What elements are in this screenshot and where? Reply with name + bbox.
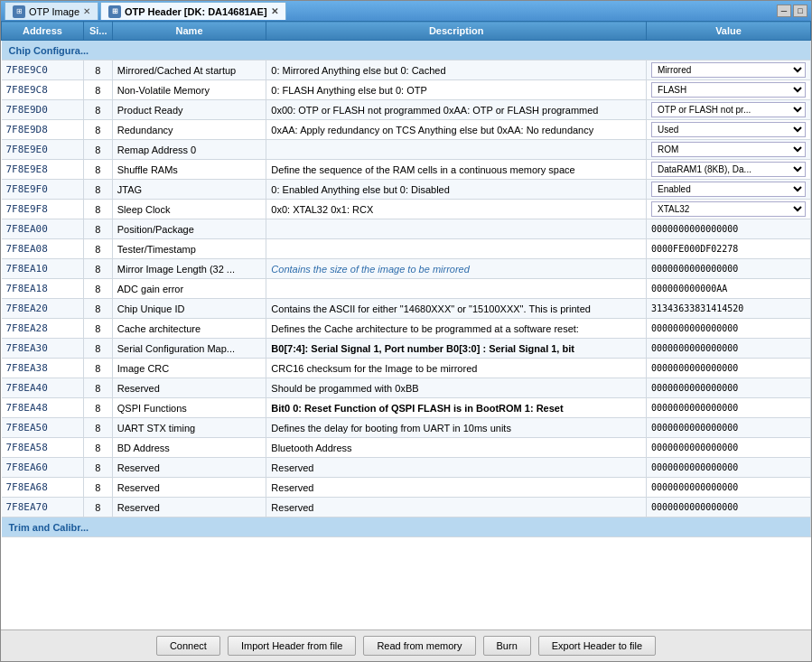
cell-description: Reserved [266, 478, 647, 498]
value-select[interactable]: MirroredCached [651, 62, 806, 78]
cell-si: 8 [83, 160, 112, 180]
col-header-name: Name [112, 22, 266, 41]
cell-address: 7F8EA48 [2, 398, 84, 418]
cell-value[interactable]: ROMRAM [647, 140, 811, 160]
table-row: 7F8EA188ADC gain error000000000000AA [2, 279, 811, 299]
cell-value: 0000000000000000 [647, 498, 811, 517]
table-row: 7F8EA008Position/Package0000000000000000 [2, 219, 811, 239]
minimize-button[interactable]: ─ [777, 5, 791, 17]
cell-description: 0x00: OTP or FLASH not programmed 0xAA: … [266, 100, 647, 120]
cell-address: 7F8EA38 [2, 359, 84, 378]
cell-name: UART STX timing [112, 418, 266, 438]
cell-value: 0000000000000000 [647, 418, 811, 438]
cell-description [266, 140, 647, 160]
cell-si: 8 [83, 359, 112, 378]
cell-address: 7F8E9F8 [2, 200, 84, 219]
table-row: 7F8EA588BD AddressBluetooth Address00000… [2, 438, 811, 458]
cell-value[interactable]: MirroredCached [647, 61, 811, 80]
cell-description: Defines the Cache architecture to be pro… [266, 319, 647, 339]
table-row: 7F8E9D08Product Ready0x00: OTP or FLASH … [2, 100, 811, 120]
cell-value[interactable]: FLASHOTP [647, 80, 811, 100]
cell-value[interactable]: XTAL32RCX [647, 200, 811, 219]
otp-table: Address Si... Name Description Value Chi… [1, 21, 811, 537]
cell-name: Image CRC [112, 359, 266, 378]
cell-name: Serial Configuration Map... [112, 339, 266, 359]
table-row: 7F8E9C08Mirrored/Cached At startup0: Mir… [2, 61, 811, 80]
tab-otp-image-label: OTP Image [29, 6, 79, 17]
cell-si: 8 [83, 458, 112, 478]
table-row: 7F8E9F08JTAG0: Enabled Anything else but… [2, 180, 811, 200]
cell-si: 8 [83, 279, 112, 299]
cell-description [266, 239, 647, 259]
table-row: 7F8E9E08Remap Address 0ROMRAM [2, 140, 811, 160]
cell-value: 0000000000000000 [647, 359, 811, 378]
cell-si: 8 [83, 478, 112, 498]
cell-name: Mirrored/Cached At startup [112, 61, 266, 80]
cell-name: Position/Package [112, 219, 266, 239]
cell-value[interactable]: DataRAM1 (8KB), Da... [647, 160, 811, 180]
cell-description: Define the sequence of the RAM cells in … [266, 160, 647, 180]
cell-si: 8 [83, 498, 112, 517]
tab-otp-header[interactable]: ⊞ OTP Header [DK: DA14681AE] ✕ [100, 2, 286, 20]
value-select[interactable]: DataRAM1 (8KB), Da... [651, 162, 806, 177]
maximize-button[interactable]: □ [793, 5, 807, 17]
export-header-button[interactable]: Export Header to file [538, 636, 656, 656]
table-container[interactable]: Address Si... Name Description Value Chi… [1, 21, 811, 629]
otp-header-icon: ⊞ [108, 5, 121, 18]
cell-address: 7F8E9D0 [2, 100, 84, 120]
cell-address: 7F8EA30 [2, 339, 84, 359]
cell-value[interactable]: EnabledDisabled [647, 180, 811, 200]
cell-address: 7F8EA40 [2, 378, 84, 398]
connect-button[interactable]: Connect [156, 636, 220, 656]
cell-name: QSPI Functions [112, 398, 266, 418]
cell-name: Mirror Image Length (32 ... [112, 259, 266, 279]
read-memory-button[interactable]: Read from memory [363, 636, 475, 656]
tab-otp-image[interactable]: ⊞ OTP Image ✕ [5, 2, 98, 20]
table-row: 7F8EA688ReservedReserved0000000000000000 [2, 478, 811, 498]
cell-description: 0: Mirrored Anything else but 0: Cached [266, 61, 647, 80]
value-select[interactable]: XTAL32RCX [651, 201, 806, 217]
cell-address: 7F8EA00 [2, 219, 84, 239]
tab-otp-header-label: OTP Header [DK: DA14681AE] [125, 6, 267, 17]
tab-otp-image-close[interactable]: ✕ [83, 6, 90, 16]
import-header-button[interactable]: Import Header from file [228, 636, 356, 656]
cell-name: Cache architecture [112, 319, 266, 339]
cell-name: Redundancy [112, 120, 266, 140]
value-select[interactable]: OTP or FLASH not pr...OTP or FLASH progr… [651, 102, 806, 117]
cell-value[interactable]: OTP or FLASH not pr...OTP or FLASH progr… [647, 100, 811, 120]
cell-si: 8 [83, 398, 112, 418]
cell-value: 0000000000000000 [647, 319, 811, 339]
cell-si: 8 [83, 319, 112, 339]
cell-address: 7F8EA70 [2, 498, 84, 517]
cell-name: Reserved [112, 458, 266, 478]
cell-description: 0: Enabled Anything else but 0: Disabled [266, 180, 647, 200]
cell-address: 7F8E9C0 [2, 61, 84, 80]
burn-button[interactable]: Burn [483, 636, 531, 656]
cell-value: 0000000000000000 [647, 438, 811, 458]
cell-address: 7F8EA60 [2, 458, 84, 478]
table-row: 7F8E9C88Non-Volatile Memory0: FLASH Anyt… [2, 80, 811, 100]
cell-name: Reserved [112, 378, 266, 398]
cell-value: 0000000000000000 [647, 378, 811, 398]
cell-value: 0000000000000000 [647, 478, 811, 498]
cell-address: 7F8EA50 [2, 418, 84, 438]
cell-si: 8 [83, 120, 112, 140]
cell-name: BD Address [112, 438, 266, 458]
table-row: 7F8EA708ReservedReserved0000000000000000 [2, 498, 811, 517]
table-row: 7F8EA488QSPI FunctionsBit0 0: Reset Func… [2, 398, 811, 418]
cell-si: 8 [83, 438, 112, 458]
value-select[interactable]: ROMRAM [651, 142, 806, 157]
value-select[interactable]: UsedNot Used [651, 122, 806, 137]
cell-si: 8 [83, 418, 112, 438]
value-select[interactable]: EnabledDisabled [651, 182, 806, 197]
table-row: 7F8E9E88Shuffle RAMsDefine the sequence … [2, 160, 811, 180]
cell-value: 0000000000000000 [647, 259, 811, 279]
cell-value[interactable]: UsedNot Used [647, 120, 811, 140]
table-row: 7F8E9D88Redundancy0xAA: Apply redundancy… [2, 120, 811, 140]
cell-value: 000000000000AA [647, 279, 811, 299]
footer-toolbar: Connect Import Header from file Read fro… [1, 629, 811, 661]
value-select[interactable]: FLASHOTP [651, 82, 806, 98]
tab-otp-header-close[interactable]: ✕ [271, 6, 278, 16]
cell-name: Non-Volatile Memory [112, 80, 266, 100]
cell-si: 8 [83, 140, 112, 160]
